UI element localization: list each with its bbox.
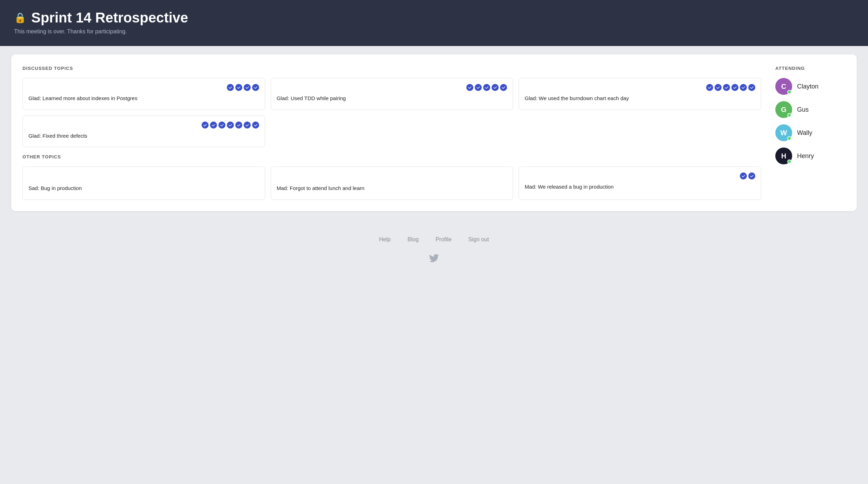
discussed-topic-card: Glad: Learned more about indexes in Post…: [22, 78, 265, 110]
vote-icon: [252, 122, 259, 129]
vote-icons: [525, 172, 755, 179]
vote-icon: [748, 84, 755, 91]
topic-text: Mad: Forgot to attend lunch and learn: [277, 184, 507, 192]
attendee-name: Henry: [797, 152, 814, 160]
other-topic-card: Mad: We released a bug in production: [519, 166, 761, 200]
vote-icon: [475, 84, 482, 91]
discussed-topics-label: DISCUSSED TOPICS: [22, 66, 761, 71]
attendee-row: W Wally: [775, 124, 846, 141]
vote-icon: [466, 84, 473, 91]
vote-icon: [235, 122, 242, 129]
vote-icon: [235, 84, 242, 91]
avatar: W: [775, 124, 792, 141]
vote-icons: [525, 84, 755, 91]
other-topic-card: Mad: Forgot to attend lunch and learn: [271, 166, 513, 200]
online-indicator: [787, 159, 791, 164]
attendee-row: G Gus: [775, 101, 846, 118]
vote-icons: [277, 84, 507, 91]
vote-icon: [748, 172, 755, 179]
topic-text: Glad: Fixed three defects: [28, 132, 259, 140]
vote-icon: [731, 84, 738, 91]
page-title: Sprint 14 Retrospective: [31, 10, 188, 26]
footer-link-sign-out[interactable]: Sign out: [468, 236, 489, 243]
twitter-icon: [7, 254, 861, 264]
vote-icons: [277, 172, 507, 181]
topic-text: Glad: We used the burndown chart each da…: [525, 94, 755, 103]
attendee-name: Gus: [797, 106, 809, 113]
discussed-topic-card: Glad: Fixed three defects: [22, 116, 265, 148]
discussed-topics-grid: Glad: Learned more about indexes in Post…: [22, 78, 761, 147]
vote-icons: [28, 122, 259, 129]
card-inner: DISCUSSED TOPICS: [22, 66, 846, 200]
other-topic-card: Sad: Bug in production: [22, 166, 265, 200]
online-indicator: [787, 136, 791, 140]
topic-text: Mad: We released a bug in production: [525, 183, 755, 191]
online-indicator: [787, 113, 791, 117]
topic-text: Glad: Learned more about indexes in Post…: [28, 94, 259, 103]
vote-icon: [740, 172, 747, 179]
vote-icon: [227, 84, 234, 91]
lock-icon: 🔒: [14, 12, 26, 24]
attendee-name: Clayton: [797, 83, 818, 90]
other-topics-grid: Sad: Bug in productionMad: Forgot to att…: [22, 166, 761, 200]
main-content: DISCUSSED TOPICS: [0, 46, 868, 220]
footer-nav: HelpBlogProfileSign out: [7, 236, 861, 243]
online-indicator: [787, 90, 791, 94]
vote-icon: [500, 84, 507, 91]
attendee-row: H Henry: [775, 148, 846, 164]
footer-link-profile[interactable]: Profile: [435, 236, 451, 243]
other-topics-label: OTHER TOPICS: [22, 154, 761, 159]
page-subtitle: This meeting is over. Thanks for partici…: [14, 28, 854, 35]
vote-icon: [210, 122, 217, 129]
attendee-row: C Clayton: [775, 78, 846, 95]
topic-text: Glad: Used TDD while pairing: [277, 94, 507, 103]
topics-section: DISCUSSED TOPICS: [22, 66, 761, 200]
footer-link-help[interactable]: Help: [379, 236, 390, 243]
avatar: C: [775, 78, 792, 95]
vote-icon: [244, 84, 251, 91]
vote-icon: [715, 84, 722, 91]
vote-icon: [244, 122, 251, 129]
vote-icon: [706, 84, 713, 91]
vote-icon: [202, 122, 209, 129]
vote-icon: [227, 122, 234, 129]
attendees-list: C Clayton G Gus W Wally H Henry: [775, 78, 846, 164]
vote-icon: [740, 84, 747, 91]
page-footer: HelpBlogProfileSign out: [0, 220, 868, 275]
page-header: 🔒 Sprint 14 Retrospective This meeting i…: [0, 0, 868, 46]
vote-icon: [723, 84, 730, 91]
attending-label: ATTENDING: [775, 66, 846, 71]
vote-icon: [252, 84, 259, 91]
avatar: G: [775, 101, 792, 118]
vote-icon: [492, 84, 499, 91]
vote-icon: [483, 84, 490, 91]
attending-section: ATTENDING C Clayton G Gus W Wally H: [775, 66, 846, 200]
discussed-topic-card: Glad: We used the burndown chart each da…: [519, 78, 761, 110]
topic-text: Sad: Bug in production: [28, 184, 259, 192]
attendee-name: Wally: [797, 129, 812, 137]
content-card: DISCUSSED TOPICS: [11, 54, 857, 211]
footer-link-blog[interactable]: Blog: [407, 236, 419, 243]
vote-icons: [28, 172, 259, 181]
vote-icons: [28, 84, 259, 91]
avatar: H: [775, 148, 792, 164]
vote-icon: [218, 122, 225, 129]
discussed-topic-card: Glad: Used TDD while pairing: [271, 78, 513, 110]
